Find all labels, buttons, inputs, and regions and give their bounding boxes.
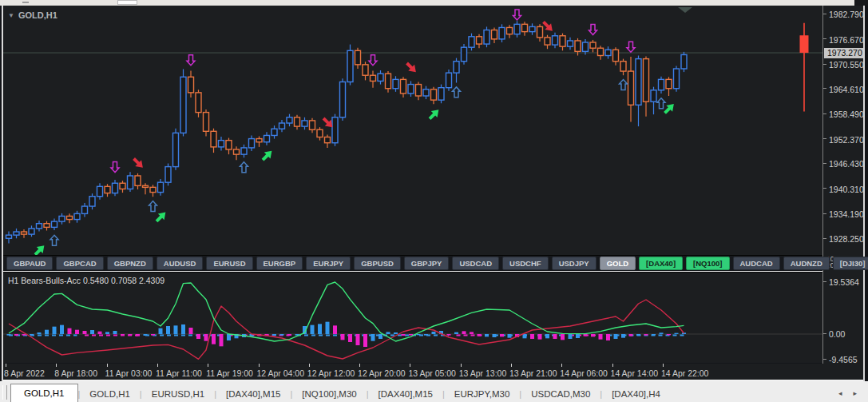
collapse-chart-icon[interactable]: ▼ <box>8 12 14 19</box>
candle-body <box>484 30 489 45</box>
symbol-button-nq100[interactable]: [NQ100] <box>686 257 729 270</box>
price-axis-tick <box>823 38 826 39</box>
candle-body <box>423 90 429 96</box>
time-axis-label: 14 Apr 14:00 <box>611 368 659 378</box>
symbol-button-audcad[interactable]: AUDCAD <box>733 257 780 270</box>
symbol-button-gold[interactable]: GOLD <box>600 257 636 270</box>
chart-tab--dax40--m15[interactable]: [DAX40],M15 <box>369 386 442 402</box>
tab-bar-gripper <box>2 385 7 400</box>
price-axis-tick <box>823 14 826 14</box>
price-chart-pane[interactable]: ▼ GOLD,H1 <box>3 6 822 255</box>
oscillator-histogram-bar <box>174 325 178 334</box>
symbol-button-eurgbp[interactable]: EURGBP <box>256 257 303 270</box>
indicator-axis-label: -9.4565 <box>829 355 858 364</box>
candle-body <box>74 213 80 219</box>
candle-body <box>613 50 619 61</box>
oscillator-histogram-bar <box>470 332 474 334</box>
symbol-button-eurusd[interactable]: EURUSD <box>206 257 252 270</box>
window-right-gutter <box>865 6 868 381</box>
symbol-button-audnzd[interactable]: AUDNZD <box>783 257 830 270</box>
chart-tab-eurusd-h1[interactable]: EURUSD,H1 <box>142 386 214 402</box>
candle-body <box>438 88 444 100</box>
oscillator-histogram-bar <box>53 327 57 334</box>
symbol-button-usdcad[interactable]: USDCAD <box>452 257 499 270</box>
candle-body <box>6 235 12 238</box>
buy-arrow-icon <box>426 106 442 121</box>
chart-tab--dax40--h4[interactable]: [DAX40],H4 <box>602 386 670 402</box>
chart-tab--dax40--m15[interactable]: [DAX40],M15 <box>216 386 290 402</box>
candle-body <box>37 224 42 229</box>
oscillator-histogram-bar <box>371 334 375 341</box>
oscillator-histogram-bar <box>644 334 648 336</box>
chart-tab-gold-h1[interactable]: GOLD,H1 <box>80 386 140 402</box>
buy-arrow-icon <box>260 148 275 163</box>
oscillator-histogram-bar <box>584 334 588 336</box>
candle-body <box>568 41 573 46</box>
candle-body <box>378 74 383 81</box>
oscillator-histogram-bar <box>105 332 109 334</box>
chart-tab-gold-h1[interactable]: GOLD,H1 <box>10 384 78 402</box>
symbol-button-gbpusd[interactable]: GBPUSD <box>354 257 401 270</box>
price-axis[interactable]: 1982.7901976.6701970.5501964.6101958.490… <box>822 6 863 364</box>
oscillator-histogram-bar <box>675 333 679 334</box>
oscillator-histogram-bar <box>280 334 284 336</box>
indicator-pane[interactable] <box>3 272 822 363</box>
chart-tab--nq100--m30[interactable]: [NQ100],M30 <box>292 386 366 402</box>
candle-body <box>188 77 194 93</box>
chart-symbol-label[interactable]: ▼ GOLD,H1 <box>8 10 57 21</box>
candle-body <box>499 27 505 38</box>
candle-body <box>204 113 209 132</box>
price-chart-canvas[interactable] <box>3 6 822 255</box>
candle-body <box>620 62 626 71</box>
symbol-button-usdchf[interactable]: USDCHF <box>502 257 549 270</box>
symbol-button-eurjpy[interactable]: EURJPY <box>306 257 351 270</box>
symbol-quick-bar: GBPAUDGBPCADGBPNZDAUDUSDEURUSDEURGBPEURJ… <box>3 255 822 272</box>
tabs-host: GOLD,H1|GOLD,H1|EURUSD,H1|[DAX40],M15|[N… <box>10 384 670 402</box>
indicator-axis-tick <box>823 359 826 360</box>
time-axis-tick <box>359 364 360 367</box>
symbol-button-gbpaud[interactable]: GBPAUD <box>6 257 53 270</box>
hollow-down-arrow-icon <box>111 162 119 173</box>
hollow-down-arrow-icon <box>187 55 195 66</box>
price-axis-label: 1952.370 <box>829 135 864 145</box>
oscillator-histogram-bar <box>144 334 148 336</box>
oscillator-histogram-bar <box>318 324 322 334</box>
candle-body <box>173 133 179 166</box>
symbol-button-gbpnzd[interactable]: GBPNZD <box>107 257 153 270</box>
symbol-button-usdjpy[interactable]: USDJPY <box>552 257 597 270</box>
chart-tab-usdcad-m30[interactable]: USDCAD,M30 <box>521 386 600 402</box>
oscillator-histogram-bar <box>614 334 618 339</box>
symbol-button-dji30[interactable]: [DJI30] <box>833 257 868 270</box>
time-axis-tick <box>612 364 613 367</box>
chart-tab-eurjpy-m30[interactable]: EURJPY,M30 <box>445 386 519 402</box>
oscillator-histogram-bar <box>356 334 360 345</box>
symbol-button-dax40[interactable]: [DAX40] <box>639 257 683 270</box>
tabs-scroll-right-icon[interactable]: ▸ <box>853 389 857 397</box>
symbol-button-gbpjpy[interactable]: GBPJPY <box>404 257 450 270</box>
time-axis-label: 11 Apr 19:00 <box>206 368 253 378</box>
oscillator-histogram-bar <box>75 330 79 334</box>
candle-body <box>636 59 641 105</box>
symbol-button-audusd[interactable]: AUDUSD <box>157 257 204 270</box>
time-axis-label: 12 Apr 12:00 <box>307 368 355 378</box>
oscillator-histogram-bar <box>545 334 549 338</box>
price-axis-label: 1940.310 <box>829 185 864 194</box>
candle-body <box>355 50 361 65</box>
candle-body <box>264 135 270 141</box>
candle-body <box>651 90 656 101</box>
indicator-canvas[interactable] <box>3 273 822 363</box>
oscillator-histogram-bar <box>45 330 49 334</box>
candle-body <box>180 77 186 133</box>
time-axis-label: 8 Apr 2022 <box>4 368 45 378</box>
oscillator-histogram-bar <box>478 334 482 336</box>
oscillator-histogram-bar <box>454 332 458 334</box>
oscillator-histogram-bar <box>432 332 436 334</box>
candle-body <box>393 79 398 88</box>
oscillator-histogram-bar <box>129 334 133 336</box>
oscillator-histogram-bar <box>30 334 34 335</box>
tabs-scroll-left-icon[interactable]: ◂ <box>838 389 842 397</box>
symbol-button-gbpcad[interactable]: GBPCAD <box>56 257 103 270</box>
oscillator-histogram-bar <box>447 334 451 336</box>
buy-arrow-icon <box>32 242 47 255</box>
time-axis[interactable]: 8 Apr 20228 Apr 18:0011 Apr 03:0011 Apr … <box>3 364 863 381</box>
